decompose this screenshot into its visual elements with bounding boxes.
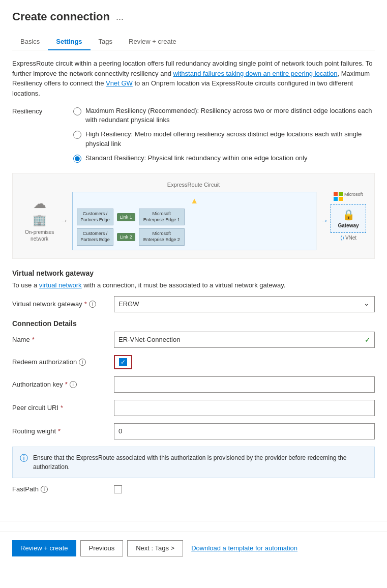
vng-info-icon[interactable]: i [89,301,96,308]
vng-description: To use a virtual network with a connecti… [12,281,375,289]
redeem-label-text: Redeem authorization [12,358,77,366]
customers-edge-2: Customers /Partners Edge [77,228,113,245]
resiliency-options: Maximum Resiliency (Recommended): Resili… [73,106,375,163]
tab-review-create[interactable]: Review + create [121,34,185,50]
peer-circuit-required-star: * [61,404,63,411]
info-box: ⓘ Ensure that the ExpressRoute associate… [12,447,375,478]
ms-edge-2: MicrosoftEnterprise Edge 2 [139,228,185,245]
circuit-row-1: Customers /Partners Edge Link 1 Microsof… [77,209,312,225]
routing-weight-label: Routing weight * [12,427,114,435]
auth-key-label: Authorization key * i [12,380,114,388]
expressroute-diagram: ExpressRoute Circuit ☁ 🏢 On-premisesnetw… [12,173,375,259]
resiliency-label: Resiliency [12,106,73,115]
tab-bar: Basics Settings Tags Review + create [12,34,375,50]
link2-box: Link 2 [117,233,135,241]
radio-high-input[interactable] [73,131,81,139]
fastpath-row: FastPath i [12,485,375,493]
auth-key-input[interactable] [114,376,375,393]
auth-key-control [114,376,375,393]
circuit-box: ▲ Customers /Partners Edge Link 1 Micros… [72,192,316,250]
fastpath-checkbox[interactable] [114,485,122,493]
withstand-link[interactable]: withstand failures taking down an entire… [173,70,337,77]
svg-rect-0 [334,192,338,196]
gateway-box: 🔒 Gateway [331,204,366,233]
vng-control: ERGW [114,296,375,312]
radio-max-resiliency[interactable]: Maximum Resiliency (Recommended): Resili… [73,106,375,125]
cloud-icon: ☁ [33,196,46,212]
fastpath-info-icon[interactable]: i [41,486,48,493]
svg-rect-2 [334,197,338,201]
routing-weight-required-star: * [58,427,61,435]
name-control: ER-VNet-Connection ✓ [114,332,375,348]
page-options-dots[interactable]: ... [116,12,124,22]
vng-form-row: Virtual network gateway * i ERGW [12,296,375,312]
name-label: Name * [12,336,114,343]
redeem-row: Redeem authorization i ✓ [12,355,375,369]
settings-description: ExpressRoute circuit within a peering lo… [12,58,375,98]
microsoft-text: Microsoft [344,192,363,197]
redeem-checkbox-area[interactable]: ✓ [114,355,132,369]
vng-dropdown-wrapper[interactable]: ERGW [114,296,375,312]
peer-circuit-label-text: Peer circuit URI [12,404,58,411]
radio-high-resiliency[interactable]: High Resiliency: Metro model offering re… [73,130,375,148]
name-input[interactable]: ER-VNet-Connection [114,332,375,348]
onprem-box: ☁ 🏢 On-premisesnetwork [21,192,58,250]
virtual-network-link[interactable]: virtual network [39,281,82,289]
redeem-label-wrap: Redeem authorization i [12,358,114,366]
page-title: Create connection [12,10,110,23]
svg-rect-3 [339,197,343,201]
building-icon: 🏢 [33,214,46,227]
microsoft-logo-area: Microsoft [334,192,363,202]
vng-label: Virtual network gateway * i [12,300,114,308]
radio-standard-input[interactable] [73,155,81,163]
auth-key-required-star: * [65,380,68,388]
footer-bar: Review + create Previous Next : Tags > D… [0,532,387,565]
fastpath-label-text: FastPath [12,485,39,493]
tab-settings[interactable]: Settings [48,34,90,50]
previous-button[interactable]: Previous [80,540,124,556]
auth-key-info-icon[interactable]: i [70,381,77,388]
routing-weight-form-row: Routing weight * 0 [12,423,375,439]
vnet-area: ⟨⟩ VNet [340,235,356,241]
name-required-star: * [32,336,35,343]
next-button[interactable]: Next : Tags > [127,540,183,556]
resiliency-row: Resiliency Maximum Resiliency (Recommend… [12,106,375,163]
name-label-text: Name [12,336,30,343]
radio-max-input[interactable] [73,107,81,115]
redeem-info-icon[interactable]: i [79,359,86,366]
auth-key-label-text: Authorization key [12,380,63,388]
routing-weight-input[interactable]: 0 [114,423,375,439]
fastpath-label: FastPath i [12,485,114,493]
download-template-button[interactable]: Download a template for automation [187,544,302,552]
radio-max-label: Maximum Resiliency (Recommended): Resili… [85,106,375,125]
gateway-label: Gateway [338,223,359,228]
warning-triangle: ▲ [190,196,198,205]
radio-standard-resiliency[interactable]: Standard Resiliency: Physical link redun… [73,154,375,163]
tab-basics[interactable]: Basics [12,34,48,50]
peer-circuit-control [114,400,375,416]
redeem-checkbox[interactable]: ✓ [119,358,127,366]
onprem-label: On-premisesnetwork [25,229,54,242]
info-box-icon: ⓘ [20,453,28,472]
peer-circuit-input[interactable] [114,400,375,416]
routing-weight-label-text: Routing weight [12,427,56,435]
circuit-label: ExpressRoute Circuit [167,182,220,188]
circuit-rows: Customers /Partners Edge Link 1 Microsof… [77,209,312,246]
link1-box: Link 1 [117,213,135,221]
vng-select[interactable]: ERGW [114,296,375,312]
tab-tags[interactable]: Tags [91,34,121,50]
vnet-gw-link[interactable]: Vnet GW [106,79,133,87]
connection-details-section: Connection Details Name * ER-VNet-Connec… [12,319,375,493]
vng-required-star: * [84,300,87,308]
radio-standard-label: Standard Resiliency: Physical link redun… [85,154,307,163]
ms-edge-1: MicrosoftEnterprise Edge 1 [139,209,185,225]
review-create-button[interactable]: Review + create [12,540,76,556]
auth-key-form-row: Authorization key * i [12,376,375,393]
vng-section: Virtual network gateway To use a virtual… [12,269,375,312]
footer-divider [0,521,387,521]
vng-heading: Virtual network gateway [12,269,375,277]
circuit-row-2: Customers /Partners Edge Link 2 Microsof… [77,228,312,245]
peer-circuit-label: Peer circuit URI * [12,404,114,411]
name-input-wrap: ER-VNet-Connection ✓ [114,332,375,348]
arrow-2: → [320,192,329,250]
